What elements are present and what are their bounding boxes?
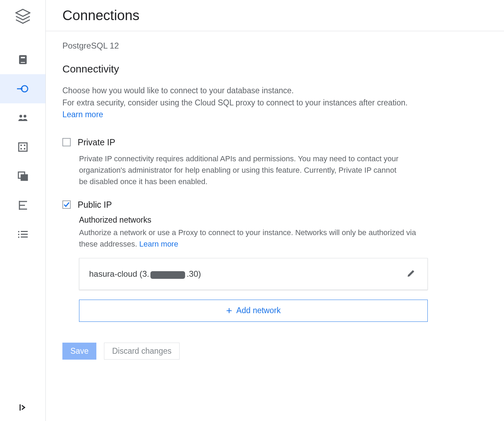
chevron-right-icon: [19, 404, 27, 411]
svg-rect-24: [21, 234, 28, 235]
network-name: hasura-cloud: [89, 269, 137, 279]
svg-point-21: [18, 231, 19, 232]
public-ip-label: Public IP: [78, 200, 112, 210]
authorized-networks-desc-text: Authorize a network or use a Proxy to co…: [79, 228, 416, 248]
backup-icon: [18, 171, 28, 181]
sidebar: [0, 0, 46, 421]
svg-rect-12: [24, 145, 25, 146]
expand-sidebar-button[interactable]: [19, 404, 27, 413]
save-button[interactable]: Save: [62, 343, 96, 360]
svg-rect-9: [19, 143, 27, 151]
svg-rect-13: [24, 148, 25, 149]
connectivity-desc-line1: Choose how you would like to connect to …: [62, 86, 294, 95]
plus-icon: +: [226, 306, 232, 316]
svg-rect-2: [21, 57, 25, 58]
sidebar-item-connections[interactable]: [0, 74, 45, 103]
private-ip-label: Private IP: [78, 137, 115, 147]
network-ip-suffix: .30: [186, 269, 198, 279]
badge-icon: [18, 54, 27, 65]
page-title: Connections: [62, 8, 139, 23]
svg-rect-3: [21, 62, 25, 63]
svg-marker-0: [16, 9, 30, 16]
product-logo: [15, 4, 31, 31]
sidebar-item-users[interactable]: [0, 103, 45, 132]
network-entry-label: hasura-cloud (3..30): [89, 269, 201, 279]
public-ip-row: Public IP: [62, 200, 487, 210]
network-ip-redacted: [150, 271, 185, 279]
main: Connections PostgreSQL 12 Connectivity C…: [46, 0, 504, 421]
edit-network-button[interactable]: [405, 267, 418, 281]
connectivity-description: Choose how you would like to connect to …: [62, 85, 430, 121]
connection-icon: [17, 84, 29, 94]
connectivity-title: Connectivity: [62, 63, 487, 75]
sidebar-item-databases[interactable]: [0, 132, 45, 162]
add-network-label: Add network: [236, 306, 281, 315]
sidebar-item-overview[interactable]: [0, 45, 45, 74]
svg-rect-1: [19, 55, 27, 64]
authorized-networks-desc: Authorize a network or use a Proxy to co…: [79, 227, 428, 250]
public-ip-group: Public IP Authorized networks Authorize …: [62, 200, 487, 322]
svg-point-25: [18, 237, 19, 238]
footer-actions: Save Discard changes: [62, 343, 487, 360]
pencil-icon: [407, 269, 416, 278]
stack-icon: [15, 9, 31, 27]
list-icon: [18, 230, 28, 239]
network-ip-open: (: [137, 269, 142, 279]
public-ip-checkbox[interactable]: [62, 200, 71, 209]
svg-point-23: [18, 234, 19, 235]
sidebar-item-replicas[interactable]: [0, 191, 45, 220]
svg-rect-26: [21, 237, 28, 238]
private-ip-group: Private IP Private IP connectivity requi…: [62, 137, 487, 187]
users-icon: [18, 114, 28, 122]
tree-icon: [18, 200, 28, 210]
learn-more-link[interactable]: Learn more: [62, 110, 103, 119]
content: PostgreSQL 12 Connectivity Choose how yo…: [46, 31, 504, 421]
svg-point-8: [24, 115, 26, 118]
authorized-networks-block: Authorized networks Authorize a network …: [79, 215, 428, 322]
svg-rect-22: [21, 231, 28, 232]
private-ip-row: Private IP: [62, 137, 487, 147]
network-entry: hasura-cloud (3..30): [79, 258, 428, 290]
svg-rect-10: [20, 145, 22, 146]
private-ip-helper: Private IP connectivity requires additio…: [79, 153, 405, 187]
database-version: PostgreSQL 12: [62, 41, 487, 51]
grid-icon: [18, 142, 28, 152]
auth-learn-more-link[interactable]: Learn more: [139, 240, 179, 248]
svg-point-6: [20, 88, 23, 90]
add-network-button[interactable]: + Add network: [79, 300, 428, 322]
sidebar-item-operations[interactable]: [0, 220, 45, 249]
network-ip-close: ): [198, 269, 201, 279]
discard-button[interactable]: Discard changes: [104, 343, 179, 360]
network-ip-prefix: 3.: [142, 269, 149, 279]
sidebar-item-backups[interactable]: [0, 162, 45, 191]
sidebar-items: [0, 45, 45, 249]
private-ip-checkbox[interactable]: [62, 138, 71, 146]
svg-point-7: [19, 115, 22, 118]
svg-rect-11: [20, 148, 22, 149]
page-header: Connections: [46, 0, 504, 31]
authorized-networks-title: Authorized networks: [79, 215, 428, 225]
svg-rect-15: [21, 175, 27, 180]
connectivity-desc-line2: For extra security, consider using the C…: [62, 98, 408, 107]
